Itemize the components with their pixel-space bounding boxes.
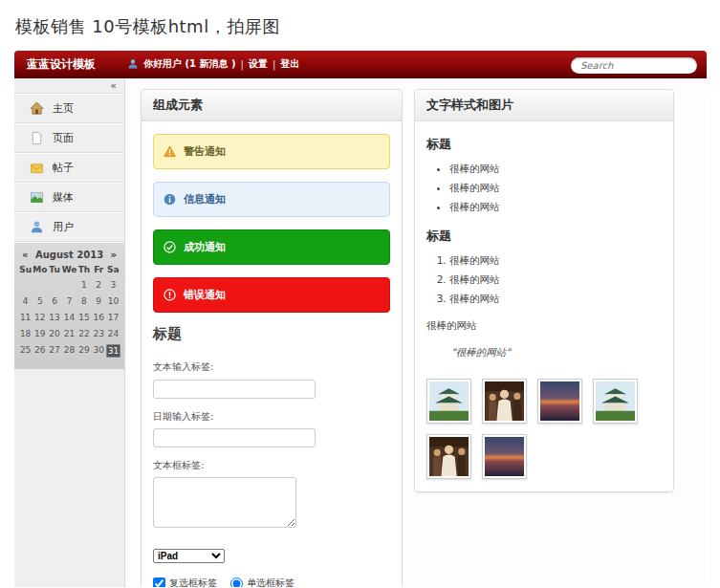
castle-photo [429, 381, 469, 421]
sidebar-item-media[interactable]: 媒体 [14, 183, 124, 212]
thumbnail-sunset-photo[interactable] [482, 434, 527, 479]
alert-label: 警告通知 [184, 144, 226, 159]
calendar-day[interactable]: 5 [33, 295, 47, 307]
textarea-label: 文本框标签: [153, 459, 390, 472]
calendar-day[interactable]: 7 [62, 295, 77, 307]
thumbnail-castle-photo[interactable] [593, 379, 638, 424]
text-input[interactable] [153, 380, 316, 399]
calendar-day[interactable]: 17 [106, 312, 120, 323]
calendar-day[interactable]: 24 [106, 328, 120, 339]
thumbnail-people-photo[interactable] [482, 379, 527, 424]
radio-input[interactable] [230, 577, 243, 588]
calendar-next-button[interactable]: » [111, 250, 117, 260]
page-title: 模板销售 10号模板html，拍屏图 [15, 15, 720, 38]
list-item: 很棒的网站 [449, 293, 662, 306]
paragraph-text: 很棒的网站 [426, 319, 662, 333]
thumbnail-sunset-photo[interactable] [537, 379, 582, 424]
text-input-label: 文本输入标签: [153, 360, 390, 374]
calendar-day[interactable]: 2 [92, 279, 106, 291]
calendar-day[interactable]: 25 [18, 344, 33, 358]
brand-logo[interactable]: 蓝蓝设计模板 [14, 56, 127, 73]
error-alert: 错误通知 [153, 277, 390, 313]
calendar-day[interactable]: 18 [18, 328, 33, 339]
sidebar-item-label: 主页 [53, 101, 74, 116]
calendar-day[interactable]: 10 [106, 295, 120, 307]
date-input[interactable] [153, 428, 316, 447]
components-panel: 组成元素 警告通知 信息通知 成功通知 [141, 89, 403, 587]
search-input[interactable] [571, 57, 697, 74]
calendar-day[interactable]: 12 [33, 312, 47, 323]
warning-alert: 警告通知 [153, 134, 390, 169]
calendar-day[interactable]: 30 [92, 344, 106, 358]
sidebar-item-posts[interactable]: 帖子 [14, 153, 124, 183]
calendar-day[interactable]: 14 [62, 312, 77, 323]
calendar-day[interactable]: 9 [92, 295, 106, 307]
checkbox-input[interactable] [153, 577, 165, 588]
calendar-day[interactable]: 28 [62, 344, 77, 358]
calendar-weekday: Mo [33, 265, 47, 274]
posts-icon [30, 161, 44, 175]
page-icon [30, 131, 44, 145]
bullet-list: 很棒的网站 很棒的网站 很棒的网站 [449, 163, 662, 214]
calendar-day-selected[interactable]: 31 [106, 344, 120, 358]
sidebar-item-users[interactable]: 用户 [14, 212, 124, 242]
calendar-day[interactable]: 1 [76, 279, 91, 291]
error-circle-icon [164, 289, 176, 301]
calendar-day[interactable]: 11 [18, 312, 33, 323]
sunset-photo [540, 381, 579, 421]
castle-photo [596, 381, 635, 421]
typography-panel: 文字样式和图片 标题 很棒的网站 很棒的网站 很棒的网站 标题 很棒的网站 很棒… [414, 89, 674, 492]
alert-label: 错误通知 [184, 288, 226, 302]
calendar-day [62, 279, 77, 291]
calendar-day[interactable]: 19 [33, 328, 47, 339]
calendar-day[interactable]: 6 [47, 295, 61, 307]
sidebar-item-pages[interactable]: 页面 [14, 123, 124, 153]
nav-separator: | [241, 59, 244, 70]
calendar-day[interactable]: 16 [92, 312, 106, 323]
calendar-day[interactable]: 26 [33, 344, 47, 358]
sidebar-item-home[interactable]: 主页 [14, 94, 124, 123]
calendar-day[interactable]: 29 [76, 344, 91, 358]
typography-panel-header: 文字样式和图片 [415, 90, 673, 121]
success-alert: 成功通知 [153, 229, 390, 265]
sunset-photo [485, 437, 524, 476]
sidebar-item-label: 帖子 [53, 161, 74, 175]
numbered-list: 很棒的网站 很棒的网站 很棒的网站 [449, 254, 662, 306]
calendar-day[interactable]: 20 [47, 328, 61, 339]
sidebar-item-label: 媒体 [53, 190, 74, 205]
alert-label: 信息通知 [184, 192, 226, 207]
calendar-day[interactable]: 23 [92, 328, 106, 339]
list-item: 很棒的网站 [449, 182, 662, 195]
device-select[interactable]: iPad [153, 549, 225, 563]
calendar-day[interactable]: 22 [76, 328, 91, 339]
user-greeting-link[interactable]: 你好用户 (1 新消息 ) [143, 57, 236, 71]
calendar-weekday: Su [18, 265, 33, 274]
app-window: 蓝蓝设计模板 你好用户 (1 新消息 ) | 设置 | 登出 « 主页 页面 [14, 51, 707, 587]
check-circle-icon [164, 241, 176, 253]
user-icon [127, 58, 139, 70]
thumbnail-castle-photo[interactable] [426, 379, 471, 424]
calendar-weekday: Th [76, 265, 91, 274]
calendar-day[interactable]: 3 [106, 279, 120, 291]
form-heading: 标题 [153, 325, 390, 343]
calendar-day[interactable]: 8 [76, 295, 91, 307]
calendar-day[interactable]: 4 [18, 295, 33, 307]
thumbnail-people-photo[interactable] [426, 434, 471, 479]
people-photo [485, 381, 524, 421]
main-content: 组成元素 警告通知 信息通知 成功通知 [125, 78, 707, 587]
logout-link[interactable]: 登出 [280, 57, 299, 71]
calendar-widget: « August 2013 » Su Mo Tu We Th Fr Sa [14, 242, 124, 369]
nav-separator: | [273, 59, 275, 70]
calendar-day[interactable]: 13 [47, 312, 61, 323]
textarea-field[interactable] [153, 477, 296, 528]
media-icon [30, 190, 44, 205]
calendar-day[interactable]: 21 [62, 328, 77, 339]
calendar-day [18, 279, 33, 291]
checkbox-label: 复选框标签 [169, 577, 217, 587]
calendar-day[interactable]: 15 [76, 312, 91, 323]
sidebar-collapse-button[interactable]: « [14, 78, 124, 94]
settings-link[interactable]: 设置 [249, 57, 268, 71]
calendar-day[interactable]: 27 [47, 344, 61, 358]
info-alert: 信息通知 [153, 182, 390, 217]
sidebar-item-label: 页面 [53, 131, 74, 145]
